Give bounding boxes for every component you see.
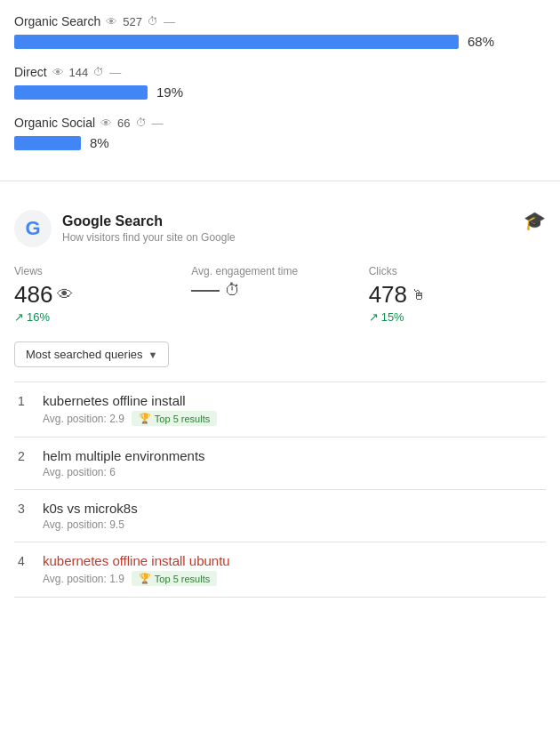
clock-icon: ⏱ — [225, 281, 241, 300]
dash: — — [164, 15, 175, 28]
metrics-row: Views 486 👁 ↗ 16% Avg. engagement time ⏱… — [14, 265, 546, 324]
clicks-change: ↗ 15% — [369, 310, 546, 324]
google-subtitle: How visitors find your site on Google — [62, 231, 236, 244]
channel-name: Organic Search — [14, 14, 100, 28]
chevron-down-icon: ▼ — [148, 349, 158, 360]
query-item: 4 kubernetes offline install ubuntu Avg.… — [14, 542, 546, 598]
dash: — — [109, 66, 121, 79]
clicks-value: 478 — [369, 281, 407, 309]
query-item: 3 k0s vs microk8s Avg. position: 9.5 — [14, 490, 546, 542]
channel-organic-social: Organic Social 👁 66 ⏱ — 8% — [14, 116, 546, 150]
bar — [14, 136, 81, 150]
arrow-up-icon: ↗ — [14, 310, 24, 324]
trophy-icon: 🏆 — [139, 573, 151, 584]
views-change: ↗ 16% — [14, 310, 191, 324]
query-position: Avg. position: 9.5 — [43, 518, 124, 531]
avg-label: Avg. engagement time — [191, 265, 368, 277]
query-position: Avg. position: 1.9 — [43, 573, 124, 585]
query-position-row: Avg. position: 2.9 🏆 Top 5 results — [43, 411, 542, 426]
query-title: kubernetes offline install ubuntu — [43, 553, 542, 568]
query-position-row: Avg. position: 6 — [43, 466, 542, 478]
dropdown-label: Most searched queries — [26, 348, 143, 361]
query-content: kubernetes offline install Avg. position… — [43, 393, 542, 426]
avg-value-row: ⏱ — [191, 281, 368, 300]
channel-views: 66 — [117, 116, 130, 130]
query-item: 1 kubernetes offline install Avg. positi… — [14, 382, 546, 438]
eye-icon: 👁 — [57, 285, 73, 304]
google-logo: G — [14, 210, 52, 247]
query-content: kubernetes offline install ubuntu Avg. p… — [43, 553, 542, 586]
channel-name: Direct — [14, 65, 47, 79]
google-search-section: G Google Search How visitors find your s… — [0, 196, 560, 605]
dash-line — [191, 290, 220, 292]
query-content: helm multiple environments Avg. position… — [43, 448, 542, 478]
query-position: Avg. position: 2.9 — [43, 413, 124, 425]
query-number: 3 — [18, 502, 32, 516]
eye-icon: 👁 — [100, 116, 112, 130]
metric-avg-engagement: Avg. engagement time ⏱ — [191, 265, 368, 324]
metric-clicks: Clicks 478 🖱 ↗ 15% — [369, 265, 546, 324]
channel-views: 144 — [69, 66, 89, 79]
bar — [14, 35, 459, 49]
channel-views: 527 — [123, 15, 142, 28]
clicks-label: Clicks — [369, 265, 546, 277]
bar-label: 68% — [468, 34, 494, 49]
query-title: kubernetes offline install — [43, 393, 542, 408]
bar-row: 68% — [14, 34, 546, 49]
clock-icon: ⏱ — [148, 15, 158, 28]
query-position-row: Avg. position: 1.9 🏆 Top 5 results — [43, 571, 542, 586]
eye-icon: 👁 — [106, 15, 117, 28]
views-value: 486 — [14, 281, 52, 309]
top5-badge: 🏆 Top 5 results — [132, 571, 217, 586]
query-position: Avg. position: 6 — [43, 466, 116, 478]
query-list: 1 kubernetes offline install Avg. positi… — [14, 382, 546, 598]
bar-label: 8% — [90, 135, 109, 150]
channels-section: Organic Search 👁 527 ⏱ — 68% Direct 👁 14… — [0, 0, 560, 177]
clock-icon: ⏱ — [136, 116, 147, 129]
bar-row: 8% — [14, 135, 546, 150]
query-number: 4 — [18, 554, 32, 568]
google-info: Google Search How visitors find your sit… — [62, 213, 236, 244]
bar-row: 19% — [14, 84, 546, 100]
query-item: 2 helm multiple environments Avg. positi… — [14, 438, 546, 490]
google-header: G Google Search How visitors find your s… — [14, 210, 546, 247]
bar-label: 19% — [156, 84, 183, 100]
clock-icon: ⏱ — [93, 66, 104, 78]
google-logo-wrap: G Google Search How visitors find your s… — [14, 210, 236, 247]
channel-direct: Direct 👁 144 ⏱ — 19% — [14, 65, 546, 100]
query-position-row: Avg. position: 9.5 — [43, 518, 542, 531]
channel-name: Organic Social — [14, 116, 95, 130]
query-number: 1 — [18, 394, 32, 408]
dash: — — [152, 116, 164, 130]
query-number: 2 — [18, 449, 32, 463]
bar — [14, 85, 148, 100]
channel-organic-search: Organic Search 👁 527 ⏱ — 68% — [14, 14, 546, 49]
section-divider — [0, 181, 560, 181]
metric-views: Views 486 👁 ↗ 16% — [14, 265, 191, 324]
google-title: Google Search — [62, 213, 236, 229]
graduation-cap-icon[interactable]: 🎓 — [524, 210, 546, 231]
arrow-up-icon: ↗ — [369, 310, 379, 324]
cursor-icon: 🖱 — [412, 287, 426, 303]
query-content: k0s vs microk8s Avg. position: 9.5 — [43, 501, 542, 531]
query-title: k0s vs microk8s — [43, 501, 542, 516]
top5-badge: 🏆 Top 5 results — [132, 411, 217, 426]
eye-icon: 👁 — [52, 66, 64, 79]
most-searched-queries-dropdown[interactable]: Most searched queries ▼ — [14, 341, 169, 367]
query-title: helm multiple environments — [43, 448, 542, 463]
trophy-icon: 🏆 — [139, 413, 151, 424]
views-label: Views — [14, 265, 191, 277]
